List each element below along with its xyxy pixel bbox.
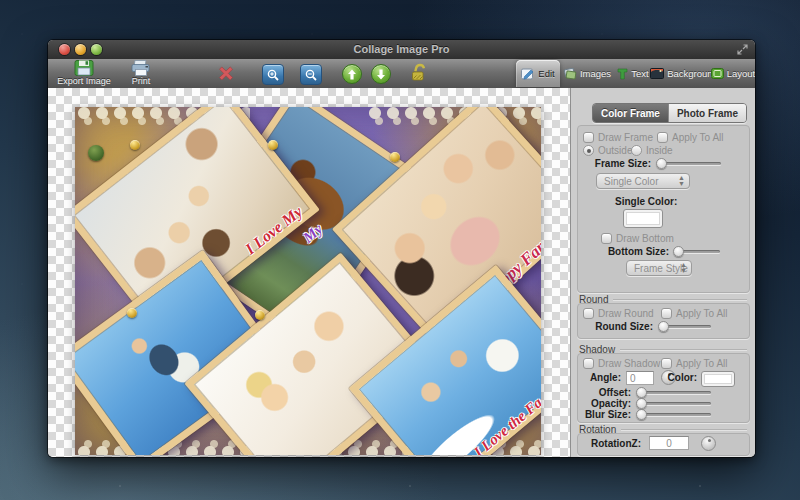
tab-layout[interactable]: Layout [712,60,754,87]
rotationz-dial[interactable] [701,436,716,451]
draw-bottom-label: Draw Bottom [616,233,674,244]
tab-layout-label: Layout [727,68,755,79]
draw-shadow-label: Draw Shadow [598,358,660,369]
round-apply-all-checkbox[interactable] [661,308,672,319]
round-size-slider-thumb[interactable] [658,321,669,332]
rotationz-input[interactable] [649,436,689,450]
blur-size-slider[interactable] [639,413,711,416]
inside-radio[interactable] [631,145,642,156]
frame-style-dropdown[interactable]: Frame Style ▲▼ [626,260,692,276]
shadow-color-well[interactable] [701,371,735,387]
outside-label: Outside [598,145,632,156]
app-window: Collage Image Pro Export Image Print [48,40,755,457]
gold-pin [268,140,278,150]
offset-slider-thumb[interactable] [636,387,647,398]
bottom-size-label: Bottom Size: [601,246,669,257]
unlock-button[interactable] [410,63,428,82]
export-image-label: Export Image [57,77,111,86]
opacity-label: Opacity: [583,398,631,409]
tab-images[interactable]: Images [564,60,610,87]
arrow-down-icon [376,69,386,80]
floppy-disk-icon [74,60,94,76]
color-mode-value: Single Color [604,176,658,187]
tab-edit[interactable]: Edit [516,60,560,87]
toolbar: Export Image Print [48,59,755,89]
edit-icon [521,68,535,80]
edit-panel: Color Frame Photo Frame Draw Frame Apply… [570,88,755,457]
frame-size-label: Frame Size: [589,158,651,169]
background-icon [650,68,664,79]
draw-round-label: Draw Round [598,308,654,319]
shadow-apply-all-checkbox[interactable] [661,358,672,369]
stepper-arrows-icon: ▲▼ [678,175,685,187]
gold-pin [130,140,140,150]
layout-icon [711,68,724,79]
offset-label: Offset: [583,387,631,398]
zoom-out-button[interactable] [300,64,322,85]
tab-edit-label: Edit [538,68,554,79]
inside-label: Inside [646,145,673,156]
shadow-color-label: Color: [667,372,697,383]
delete-button[interactable] [216,64,236,82]
outside-radio[interactable] [583,145,594,156]
print-button[interactable]: Print [120,60,162,87]
blur-size-slider-thumb[interactable] [636,409,647,420]
draw-round-checkbox[interactable] [583,308,594,319]
round-size-label: Round Size: [591,321,653,332]
zoom-in-button[interactable] [262,64,284,85]
print-label: Print [132,77,151,86]
single-color-label: Single Color: [615,196,695,207]
gold-pin [255,310,265,320]
fullscreen-icon[interactable] [737,44,748,55]
shadow-apply-all-label: Apply To All [676,358,728,369]
tab-text[interactable]: Text [614,60,652,87]
collage-image[interactable]: I Love My My Happy Family Go on ! I Love… [75,107,541,455]
tab-color-frame[interactable]: Color Frame [593,104,668,122]
frame-mode-segment: Color Frame Photo Frame [592,103,747,123]
stepper-arrows-icon: ▲▼ [680,262,687,274]
blur-size-label: Blur Size: [583,409,631,420]
draw-shadow-checkbox[interactable] [583,358,594,369]
tab-background[interactable]: Background [656,60,712,87]
angle-label: Angle: [583,372,621,383]
color-mode-dropdown[interactable]: Single Color ▲▼ [596,173,690,189]
tab-photo-frame[interactable]: Photo Frame [668,104,746,122]
rotationz-label: RotationZ: [583,438,641,449]
arrow-up-icon [347,69,357,80]
angle-input[interactable] [626,371,654,385]
round-apply-all-label: Apply To All [676,308,728,319]
bottom-size-slider-thumb[interactable] [673,246,684,257]
frame-apply-all-label: Apply To All [672,132,724,143]
offset-slider[interactable] [639,391,711,394]
frame-size-slider[interactable] [659,162,721,165]
text-t-icon [617,68,628,80]
tab-text-label: Text [631,68,648,79]
draw-frame-label: Draw Frame [598,132,653,143]
canvas-area[interactable]: I Love My My Happy Family Go on ! I Love… [48,88,570,457]
open-lock-icon [410,63,428,82]
bottom-size-slider[interactable] [676,250,720,253]
opacity-slider-thumb[interactable] [636,398,647,409]
gold-pin [127,308,137,318]
frame-size-slider-thumb[interactable] [656,158,667,169]
magnifier-minus-icon [304,68,318,82]
delete-x-icon [216,64,236,82]
titlebar[interactable]: Collage Image Pro [48,40,755,60]
move-up-button[interactable] [342,64,362,84]
round-size-slider[interactable] [661,325,711,328]
magnifier-plus-icon [266,68,280,82]
single-color-well[interactable] [623,209,663,228]
images-icon [563,68,577,80]
draw-bottom-checkbox[interactable] [601,233,612,244]
gold-pin [390,152,400,162]
export-image-button[interactable]: Export Image [52,60,116,87]
draw-frame-checkbox[interactable] [583,132,594,143]
tab-images-label: Images [580,68,611,79]
opacity-slider[interactable] [639,402,711,405]
button-decoration [88,145,104,161]
window-title: Collage Image Pro [48,43,755,55]
printer-icon [130,60,152,76]
frame-apply-all-checkbox[interactable] [657,132,668,143]
move-down-button[interactable] [371,64,391,84]
